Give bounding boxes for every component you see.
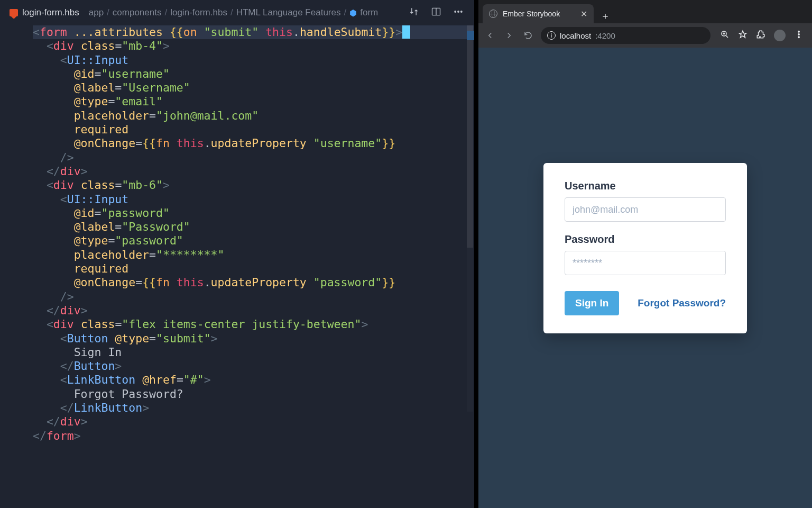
svg-point-4 — [461, 11, 463, 12]
close-tab-icon[interactable]: ✕ — [580, 9, 587, 19]
login-form: Username Password Sign In Forgot Passwor… — [543, 163, 747, 333]
editor-scrollbar-thumb[interactable] — [467, 25, 473, 248]
split-editor-icon[interactable] — [431, 6, 441, 20]
handlebars-file-icon — [10, 9, 18, 16]
breadcrumb-segment: HTML Language Features — [236, 7, 341, 18]
editor-tabbar: login-form.hbs app/ components/ login-fo… — [0, 0, 474, 25]
browser-tab-title: Ember Storybook — [503, 10, 560, 18]
extensions-icon[interactable] — [756, 30, 765, 41]
code-editor-pane: login-form.hbs app/ components/ login-fo… — [0, 0, 474, 508]
browser-actions — [717, 30, 807, 41]
more-actions-icon[interactable] — [453, 6, 464, 20]
nav-back-button[interactable] — [484, 29, 496, 42]
pane-divider[interactable] — [474, 0, 478, 508]
rendered-page: Username Password Sign In Forgot Passwor… — [478, 48, 812, 508]
url-host: localhost — [560, 31, 591, 40]
browser-preview-pane: Ember Storybook ✕ ＋ i localhost:4200 Use… — [478, 0, 812, 508]
url-port: :4200 — [595, 31, 615, 40]
nav-reload-button[interactable] — [522, 29, 534, 42]
compare-changes-icon[interactable] — [409, 6, 419, 20]
new-tab-button[interactable]: ＋ — [598, 8, 613, 23]
site-info-icon[interactable]: i — [547, 31, 556, 40]
breadcrumb-segment: form — [360, 7, 378, 18]
svg-line-6 — [726, 35, 728, 38]
editor-scrollbar[interactable] — [467, 25, 473, 412]
svg-point-3 — [458, 11, 459, 12]
nav-forward-button[interactable] — [503, 29, 515, 42]
editor-title-actions — [401, 6, 471, 20]
browser-menu-icon[interactable] — [794, 30, 804, 41]
svg-point-2 — [455, 11, 456, 12]
breadcrumb-segment: components — [113, 7, 162, 18]
breadcrumb[interactable]: app/ components/ login-form.hbs/ HTML La… — [86, 7, 401, 18]
username-field-group: Username — [565, 180, 726, 222]
globe-icon — [489, 10, 497, 18]
code-content[interactable]: <form ...attributes {{on "submit" this.h… — [0, 25, 474, 443]
breadcrumb-segment: app — [89, 7, 104, 18]
sign-in-button[interactable]: Sign In — [565, 291, 619, 315]
symbol-icon: ⬢ — [349, 8, 357, 18]
svg-point-10 — [798, 34, 799, 35]
svg-point-9 — [798, 31, 799, 32]
zoom-icon[interactable] — [720, 30, 730, 41]
address-bar[interactable]: i localhost:4200 — [541, 27, 710, 44]
editor-tab-filename: login-form.hbs — [22, 7, 79, 18]
password-field-group: Password — [565, 233, 726, 275]
svg-point-11 — [798, 37, 799, 38]
minimap-marker — [467, 31, 474, 40]
breadcrumb-segment: login-form.hbs — [170, 7, 227, 18]
forgot-password-link[interactable]: Forgot Password? — [638, 297, 726, 309]
password-input[interactable] — [565, 251, 726, 275]
bookmark-star-icon[interactable] — [738, 30, 748, 41]
username-label: Username — [565, 180, 726, 192]
browser-tab-active[interactable]: Ember Storybook ✕ — [483, 4, 594, 23]
editor-tab-login-form[interactable]: login-form.hbs — [3, 0, 86, 25]
username-input[interactable] — [565, 197, 726, 222]
browser-tabstrip: Ember Storybook ✕ ＋ — [478, 0, 812, 23]
code-editor-body[interactable]: <form ...attributes {{on "submit" this.h… — [0, 25, 474, 508]
browser-toolbar: i localhost:4200 — [478, 23, 812, 48]
form-actions-row: Sign In Forgot Password? — [565, 291, 726, 315]
profile-avatar[interactable] — [774, 30, 786, 41]
password-label: Password — [565, 233, 726, 246]
